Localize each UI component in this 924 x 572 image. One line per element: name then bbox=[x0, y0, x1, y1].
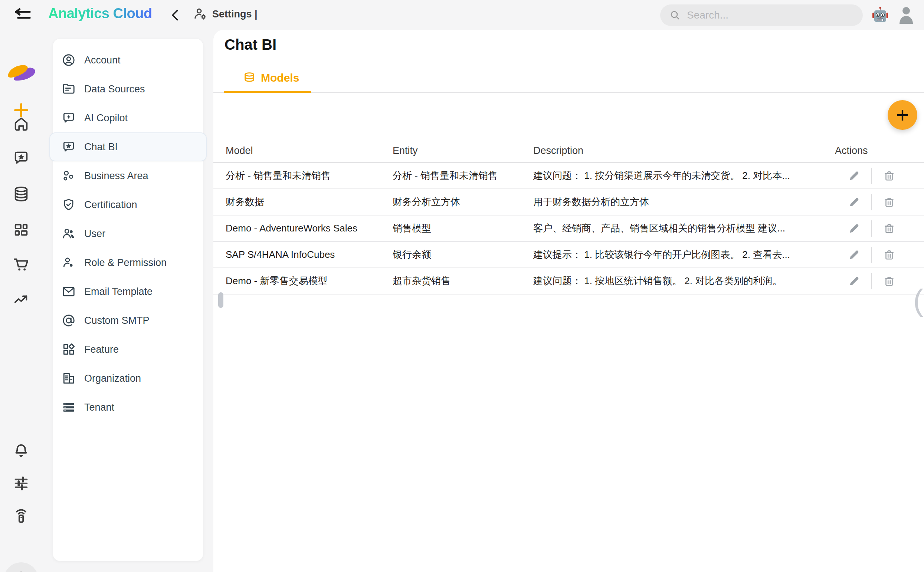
certification-icon bbox=[61, 197, 76, 212]
entity-cell: 超市杂货销售 bbox=[393, 275, 533, 288]
edit-button[interactable] bbox=[842, 196, 866, 208]
manage-accounts-icon bbox=[193, 7, 208, 22]
edit-button[interactable] bbox=[842, 222, 866, 235]
at-sign-icon bbox=[61, 313, 76, 328]
cart-icon[interactable] bbox=[11, 255, 31, 274]
workspace-logo[interactable] bbox=[5, 61, 37, 84]
copilot-robot-icon[interactable] bbox=[872, 6, 889, 24]
add-model-button[interactable]: + bbox=[888, 100, 917, 130]
business-area-icon bbox=[61, 168, 76, 183]
edit-button[interactable] bbox=[842, 249, 866, 261]
sidebar-item-feature[interactable]: Feature bbox=[53, 335, 203, 364]
sliders-icon[interactable] bbox=[11, 474, 31, 493]
sidebar-item-label: Role & Permission bbox=[84, 257, 166, 269]
table-row[interactable]: Demo - 新零售交易模型 超市杂货销售 建议问题： 1. 按地区统计销售额。… bbox=[213, 268, 924, 295]
table-header: Model Entity Description Actions bbox=[213, 139, 924, 163]
home-icon[interactable] bbox=[11, 114, 31, 134]
sidebar-item-chat-bi[interactable]: Chat BI bbox=[49, 132, 207, 162]
sidebar-item-label: AI Copilot bbox=[84, 112, 128, 124]
breadcrumb: Settings | bbox=[193, 7, 258, 22]
account-icon bbox=[61, 53, 76, 67]
actions-divider bbox=[871, 273, 872, 289]
sidebar-item-label: Data Sources bbox=[84, 84, 145, 95]
back-chevron-icon[interactable] bbox=[170, 8, 181, 22]
table-row[interactable]: Demo - AdventureWorks Sales 销售模型 客户、经销商、… bbox=[213, 216, 924, 242]
actions-cell bbox=[835, 220, 924, 237]
bell-icon[interactable] bbox=[11, 441, 31, 460]
settings-breadcrumb-label[interactable]: Settings | bbox=[212, 9, 258, 20]
page-title: Chat BI bbox=[224, 36, 277, 53]
sidebar-item-label: Email Template bbox=[84, 286, 152, 297]
sidebar-item-account[interactable]: Account bbox=[53, 46, 203, 75]
organization-icon bbox=[61, 371, 76, 386]
table-row[interactable]: 分析 - 销售量和未清销售 分析 - 销售量和未清销售 建议问题： 1. 按分销… bbox=[213, 163, 924, 189]
actions-divider bbox=[871, 220, 872, 237]
delete-button[interactable] bbox=[877, 275, 901, 288]
tab-divider bbox=[213, 92, 924, 93]
right-drawer-handle[interactable]: ( bbox=[913, 285, 923, 315]
search-bar bbox=[660, 5, 863, 26]
sidebar-item-label: Organization bbox=[84, 373, 141, 384]
sidebar-item-label: Custom SMTP bbox=[84, 315, 149, 326]
vertical-scrollbar-thumb[interactable] bbox=[218, 292, 223, 308]
search-input[interactable] bbox=[686, 9, 860, 22]
trending-up-icon[interactable] bbox=[11, 290, 31, 309]
edit-button[interactable] bbox=[842, 275, 866, 288]
column-header-model: Model bbox=[226, 145, 393, 157]
sidebar-item-business-area[interactable]: Business Area bbox=[53, 162, 203, 190]
model-cell: 分析 - 销售量和未清销售 bbox=[226, 169, 393, 182]
sidebar-item-label: User bbox=[84, 228, 106, 239]
sidebar-item-data-sources[interactable]: Data Sources bbox=[53, 75, 203, 104]
entity-cell: 销售模型 bbox=[393, 222, 533, 235]
sidebar-item-user[interactable]: User bbox=[53, 219, 203, 248]
sidebar-item-email-template[interactable]: Email Template bbox=[53, 277, 203, 306]
column-header-description: Description bbox=[533, 145, 835, 157]
user-avatar[interactable] bbox=[897, 5, 915, 25]
column-header-actions: Actions bbox=[835, 145, 924, 157]
description-cell: 客户、经销商、产品、销售区域相关的销售分析模型 建议... bbox=[533, 222, 835, 235]
table-row[interactable]: 财务数据 财务分析立方体 用于财务数据分析的立方体 bbox=[213, 189, 924, 216]
description-cell: 建议问题： 1. 按地区统计销售额。 2. 对比各类别的利润。 bbox=[533, 275, 835, 288]
icon-rail bbox=[0, 30, 43, 572]
delete-button[interactable] bbox=[877, 222, 901, 235]
sidebar-item-custom-smtp[interactable]: Custom SMTP bbox=[53, 306, 203, 335]
settings-sidebar: Account Data Sources AI Copilot Chat BI bbox=[53, 39, 203, 561]
edit-button[interactable] bbox=[842, 169, 866, 182]
top-bar: Analytics Cloud Settings | bbox=[0, 0, 924, 30]
actions-divider bbox=[871, 194, 872, 210]
actions-cell bbox=[835, 194, 924, 210]
database-icon[interactable] bbox=[11, 184, 31, 204]
table-body: 分析 - 销售量和未清销售 分析 - 销售量和未清销售 建议问题： 1. 按分销… bbox=[213, 163, 924, 295]
ai-copilot-icon bbox=[61, 110, 76, 125]
description-cell: 建议问题： 1. 按分销渠道展示今年的未清交货。 2. 对比本... bbox=[533, 169, 835, 182]
sidebar-item-ai-copilot[interactable]: AI Copilot bbox=[53, 104, 203, 132]
dashboard-icon[interactable] bbox=[11, 220, 31, 239]
delete-button[interactable] bbox=[877, 169, 901, 182]
models-table: Model Entity Description Actions 分析 - 销售… bbox=[213, 139, 924, 295]
sidebar-item-organization[interactable]: Organization bbox=[53, 364, 203, 393]
actions-cell bbox=[835, 247, 924, 263]
chat-bi-icon bbox=[61, 140, 76, 154]
tab-models[interactable]: Models bbox=[243, 67, 299, 89]
sidebar-item-tenant[interactable]: Tenant bbox=[53, 393, 203, 422]
remote-icon[interactable] bbox=[11, 506, 31, 525]
column-header-entity: Entity bbox=[393, 145, 533, 157]
story-icon[interactable] bbox=[11, 148, 31, 168]
delete-button[interactable] bbox=[877, 196, 901, 208]
table-row[interactable]: SAP S/4HANA InfoCubes 银行余额 建议提示： 1. 比较该银… bbox=[213, 242, 924, 268]
menu-fold-icon bbox=[13, 6, 33, 24]
sidebar-item-label: Tenant bbox=[84, 402, 114, 413]
app-title[interactable]: Analytics Cloud bbox=[48, 6, 152, 22]
model-cell: Demo - 新零售交易模型 bbox=[226, 275, 393, 288]
model-cell: Demo - AdventureWorks Sales bbox=[226, 222, 393, 234]
feature-icon bbox=[61, 342, 76, 357]
entity-cell: 银行余额 bbox=[393, 248, 533, 261]
model-cell: SAP S/4HANA InfoCubes bbox=[226, 249, 393, 260]
entity-cell: 分析 - 销售量和未清销售 bbox=[393, 169, 533, 182]
sidebar-item-role-permission[interactable]: Role & Permission bbox=[53, 248, 203, 277]
settings-gear-button[interactable] bbox=[4, 563, 39, 572]
collapse-sidebar-button[interactable] bbox=[12, 5, 33, 25]
sidebar-item-certification[interactable]: Certification bbox=[53, 190, 203, 219]
delete-button[interactable] bbox=[877, 249, 901, 261]
actions-divider bbox=[871, 247, 872, 263]
